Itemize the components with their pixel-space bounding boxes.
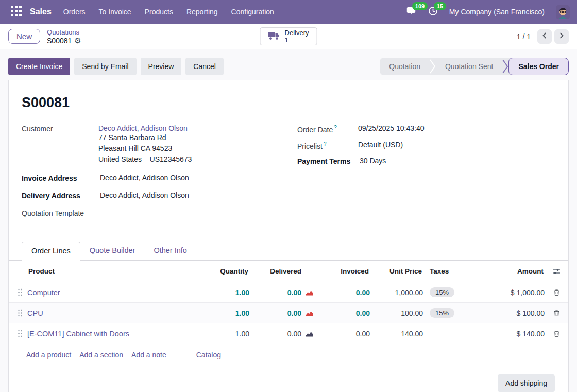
cancel-button[interactable]: Cancel: [185, 58, 224, 75]
amount-cell[interactable]: $ 100.00: [467, 309, 545, 317]
col-taxes[interactable]: Taxes: [423, 267, 467, 275]
customer-link[interactable]: Deco Addict, Addison Olson: [98, 124, 188, 132]
invoice-address-field[interactable]: Deco Addict, Addison Olson: [98, 174, 297, 182]
payment-terms-field[interactable]: 30 Days: [358, 157, 555, 165]
col-delivered[interactable]: Delivered: [249, 267, 315, 275]
invoiced-cell[interactable]: 0.00: [315, 309, 370, 317]
user-avatar[interactable]: [556, 5, 570, 19]
col-amount[interactable]: Amount: [467, 267, 545, 275]
table-footer-links: Add a product Add a section Add a note C…: [9, 344, 568, 366]
pager-next-button[interactable]: [554, 29, 569, 44]
unit-price-cell[interactable]: 140.00: [370, 330, 423, 338]
pricelist-field[interactable]: Default (USD): [358, 141, 555, 149]
add-product-link[interactable]: Add a product: [26, 351, 71, 359]
quotation-template-label: Quotation Template: [22, 209, 98, 217]
pager-value: 1 / 1: [517, 32, 531, 41]
add-shipping-button[interactable]: Add shipping: [498, 374, 555, 392]
quantity-cell[interactable]: 1.00: [203, 330, 249, 338]
unit-price-cell[interactable]: 100.00: [370, 309, 423, 317]
delete-row-icon[interactable]: [545, 288, 568, 297]
product-link[interactable]: [E-COM11] Cabinet with Doors: [27, 330, 129, 338]
help-question-icon: ?: [334, 125, 337, 130]
delivered-cell[interactable]: 0.00: [249, 330, 315, 338]
add-note-link[interactable]: Add a note: [131, 351, 166, 359]
create-invoice-button[interactable]: Create Invoice: [8, 58, 70, 75]
delete-row-icon[interactable]: [545, 309, 568, 317]
delivered-cell[interactable]: 0.00: [249, 309, 315, 317]
delivered-cell[interactable]: 0.00: [249, 288, 315, 297]
smart-button-label: Delivery: [285, 29, 309, 37]
stage-quotation-sent[interactable]: Quotation Sent: [436, 58, 502, 75]
record-title: S00081: [22, 95, 555, 111]
pager-previous-button[interactable]: [537, 29, 552, 44]
nav-item-to-invoice[interactable]: To Invoice: [92, 5, 138, 19]
forecast-chart-icon[interactable]: [306, 330, 313, 337]
delivery-address-field[interactable]: Deco Addict, Addison Olson: [98, 191, 297, 199]
table-row[interactable]: CPU 1.00 0.00 0.00 100.00 15% $ 100.00: [9, 303, 568, 323]
gear-icon[interactable]: ⚙: [74, 37, 81, 44]
taxes-cell[interactable]: 15%: [423, 287, 467, 297]
stage-quotation[interactable]: Quotation: [380, 58, 430, 75]
add-section-link[interactable]: Add a section: [79, 351, 123, 359]
product-link[interactable]: CPU: [27, 309, 43, 317]
tax-badge[interactable]: 15%: [430, 308, 454, 318]
delivery-address-label: Delivery Address: [22, 191, 98, 200]
messages-count-badge[interactable]: 109: [412, 2, 428, 10]
nav-item-orders[interactable]: Orders: [57, 5, 92, 19]
catalog-link[interactable]: Catalog: [196, 351, 221, 359]
forecast-chart-icon[interactable]: [306, 310, 313, 316]
tab-quote-builder[interactable]: Quote Builder: [80, 242, 145, 261]
customer-address-line: Pleasant Hill CA 94523: [98, 143, 297, 154]
table-header-row: Product Quantity Delivered Invoiced Unit…: [9, 261, 568, 282]
drag-handle-icon[interactable]: [9, 329, 27, 338]
chevron-left-icon: [541, 32, 548, 41]
stage-separator-icon: [502, 58, 508, 75]
control-panel: New Quotations S00081 ⚙ Delivery 1 1 / 1: [0, 24, 577, 49]
breadcrumb-quotations-link[interactable]: Quotations: [47, 28, 81, 37]
tab-other-info[interactable]: Other Info: [144, 242, 196, 261]
nav-item-products[interactable]: Products: [138, 5, 180, 19]
unit-price-cell[interactable]: 1,000.00: [370, 288, 423, 297]
tab-order-lines[interactable]: Order Lines: [22, 242, 80, 261]
company-name[interactable]: My Company (San Francisco): [449, 8, 545, 16]
forecast-chart-icon[interactable]: [306, 289, 313, 296]
status-row: Create Invoice Send by Email Preview Can…: [0, 49, 577, 75]
delivery-smart-button[interactable]: Delivery 1: [260, 27, 317, 45]
invoiced-cell[interactable]: 0.00: [315, 288, 370, 297]
col-product[interactable]: Product: [27, 267, 203, 275]
optional-columns-icon[interactable]: [545, 267, 568, 276]
amount-cell[interactable]: $ 140.00: [467, 330, 545, 338]
col-quantity[interactable]: Quantity: [203, 267, 249, 275]
quantity-cell[interactable]: 1.00: [203, 309, 249, 317]
activities-tray-button[interactable]: 15: [428, 6, 438, 18]
product-link[interactable]: Computer: [27, 288, 60, 297]
activities-count-badge[interactable]: 15: [434, 2, 446, 10]
amount-cell[interactable]: $ 1,000.00: [467, 288, 545, 297]
send-by-email-button[interactable]: Send by Email: [74, 58, 136, 75]
invoiced-cell[interactable]: 0.00: [315, 330, 370, 338]
status-pipeline: Quotation Quotation Sent Sales Order: [380, 58, 569, 75]
drag-handle-icon[interactable]: [9, 309, 27, 317]
new-button[interactable]: New: [8, 29, 40, 44]
col-invoiced[interactable]: Invoiced: [315, 267, 370, 275]
table-row[interactable]: [E-COM11] Cabinet with Doors 1.00 0.00 0…: [9, 323, 568, 344]
order-date-field[interactable]: 09/25/2025 10:43:40: [358, 124, 555, 132]
app-name[interactable]: Sales: [30, 7, 52, 16]
help-question-icon: ?: [324, 141, 327, 147]
preview-button[interactable]: Preview: [141, 58, 182, 75]
customer-address-line: United States – US12345673: [98, 154, 297, 165]
table-row[interactable]: Computer 1.00 0.00 0.00 1,000.00 15% $ 1…: [9, 282, 568, 303]
order-date-label: Order Date?: [297, 124, 358, 134]
tax-badge[interactable]: 15%: [430, 287, 454, 297]
apps-grid-icon: [11, 6, 22, 18]
taxes-cell[interactable]: 15%: [423, 308, 467, 318]
apps-menu-button[interactable]: [7, 3, 25, 21]
delete-row-icon[interactable]: [545, 330, 568, 338]
stage-sales-order[interactable]: Sales Order: [508, 58, 569, 75]
nav-item-configuration[interactable]: Configuration: [225, 5, 281, 19]
nav-item-reporting[interactable]: Reporting: [180, 5, 225, 19]
messages-tray-button[interactable]: 109: [406, 6, 417, 18]
quantity-cell[interactable]: 1.00: [203, 288, 249, 297]
col-unit-price[interactable]: Unit Price: [370, 267, 423, 275]
drag-handle-icon[interactable]: [9, 288, 27, 297]
